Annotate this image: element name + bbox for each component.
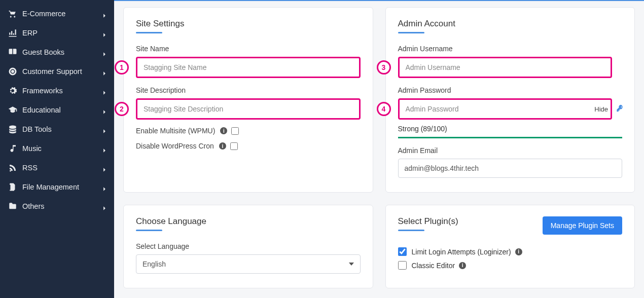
sidebar-item-dbtools[interactable]: DB Tools <box>0 120 114 139</box>
annotation-marker-2: 2 <box>115 102 129 116</box>
database-icon <box>8 125 17 134</box>
sidebar-item-label: Educational <box>22 106 102 114</box>
sidebar-item-support[interactable]: Customer Support <box>0 62 114 81</box>
manage-plugin-sets-button[interactable]: Manage Plugin Sets <box>543 216 622 235</box>
card-title: Select Plugin(s) <box>398 216 458 227</box>
chevron-right-icon <box>102 108 106 112</box>
sidebar-item-frameworks[interactable]: Frameworks <box>0 81 114 100</box>
site-settings-card: Site Settings Site Name 1 Site Descripti… <box>123 7 373 193</box>
password-strength-text: Strong (89/100) <box>398 125 623 133</box>
sidebar-item-guestbooks[interactable]: Guest Books <box>0 43 114 62</box>
sidebar-item-label: ERP <box>22 29 102 37</box>
info-icon[interactable]: i <box>219 142 226 150</box>
plugin-label: Limit Login Attempts (Loginizer) <box>412 248 511 256</box>
chevron-right-icon <box>102 127 106 131</box>
sidebar-item-label: Others <box>22 202 102 210</box>
admin-username-label: Admin Username <box>398 45 623 53</box>
sidebar-item-music[interactable]: Music <box>0 139 114 158</box>
language-select[interactable]: English <box>136 254 361 274</box>
sidebar-item-label: Guest Books <box>22 48 102 56</box>
sidebar-item-label: File Management <box>22 183 102 191</box>
plugin-classic-editor-checkbox[interactable] <box>398 261 407 270</box>
password-strength-bar <box>398 137 623 138</box>
rss-icon <box>8 163 17 172</box>
card-title: Choose Language <box>136 216 361 227</box>
site-desc-input[interactable] <box>136 98 361 120</box>
files-icon <box>8 182 17 192</box>
sidebar-item-label: DB Tools <box>22 125 102 133</box>
sidebar-item-label: Music <box>22 144 102 153</box>
sidebar-item-ecommerce[interactable]: E-Commerce <box>0 4 114 23</box>
sidebar-item-others[interactable]: Others <box>0 197 114 216</box>
sidebar-item-label: Frameworks <box>22 87 102 95</box>
card-title: Site Settings <box>136 19 361 29</box>
annotation-marker-3: 3 <box>377 60 391 74</box>
info-icon[interactable]: i <box>459 262 466 269</box>
disable-cron-label: Disable WordPress Cron <box>136 142 214 150</box>
title-underline <box>398 230 424 231</box>
chevron-right-icon <box>102 166 106 170</box>
disable-cron-checkbox[interactable] <box>230 142 238 150</box>
plugin-label: Classic Editor <box>412 262 455 270</box>
info-icon[interactable]: i <box>220 127 227 134</box>
sidebar-item-erp[interactable]: ERP <box>0 23 114 43</box>
site-name-input[interactable] <box>136 57 361 78</box>
chevron-right-icon <box>102 31 106 35</box>
site-desc-label: Site Description <box>136 86 361 94</box>
folder-icon <box>8 202 17 211</box>
select-plugins-card: Select Plugin(s) Manage Plugin Sets Limi… <box>385 205 635 288</box>
hide-password-button[interactable]: Hide <box>594 105 608 113</box>
admin-email-label: Admin Email <box>398 146 623 155</box>
admin-email-input[interactable] <box>398 159 623 178</box>
admin-password-input[interactable] <box>398 98 613 120</box>
chevron-right-icon <box>102 69 106 73</box>
admin-account-card: Admin Account Admin Username 3 Admin Pas… <box>385 7 635 193</box>
chevron-right-icon <box>102 89 106 93</box>
chevron-right-icon <box>102 185 106 189</box>
enable-multisite-checkbox[interactable] <box>231 127 239 135</box>
chevron-right-icon <box>102 204 106 208</box>
chevron-right-icon <box>102 50 106 54</box>
lifebuoy-icon <box>8 67 17 76</box>
select-language-label: Select Language <box>136 242 361 250</box>
sidebar: E-Commerce ERP Guest Books Customer Supp… <box>0 0 114 298</box>
card-title: Admin Account <box>398 19 623 29</box>
sidebar-item-rss[interactable]: RSS <box>0 158 114 177</box>
plugin-loginizer-checkbox[interactable] <box>398 247 407 256</box>
enable-multisite-label: Enable Multisite (WPMU) <box>136 127 215 135</box>
chevron-right-icon <box>102 12 106 16</box>
choose-language-card: Choose Language Select Language English <box>123 205 373 288</box>
annotation-marker-1: 1 <box>115 60 129 74</box>
main-content: Site Settings Site Name 1 Site Descripti… <box>114 0 644 298</box>
site-name-label: Site Name <box>136 45 361 53</box>
chevron-right-icon <box>102 146 106 151</box>
title-underline <box>398 32 424 33</box>
admin-username-input[interactable] <box>398 57 613 78</box>
book-icon <box>8 48 17 57</box>
annotation-marker-4: 4 <box>377 102 391 116</box>
sidebar-item-educational[interactable]: Educational <box>0 100 114 120</box>
music-icon <box>8 144 17 153</box>
sidebar-item-filemgmt[interactable]: File Management <box>0 177 114 197</box>
sidebar-item-label: Customer Support <box>22 67 102 76</box>
info-icon[interactable]: i <box>515 248 522 255</box>
title-underline <box>136 32 162 33</box>
admin-password-label: Admin Password <box>398 86 623 94</box>
key-icon[interactable] <box>616 104 624 114</box>
sidebar-item-label: RSS <box>22 164 102 172</box>
sidebar-item-label: E-Commerce <box>22 10 102 18</box>
cart-icon <box>8 9 17 18</box>
grad-cap-icon <box>8 105 17 115</box>
gears-icon <box>8 86 17 95</box>
title-underline <box>136 230 162 231</box>
bar-chart-icon <box>8 28 17 38</box>
